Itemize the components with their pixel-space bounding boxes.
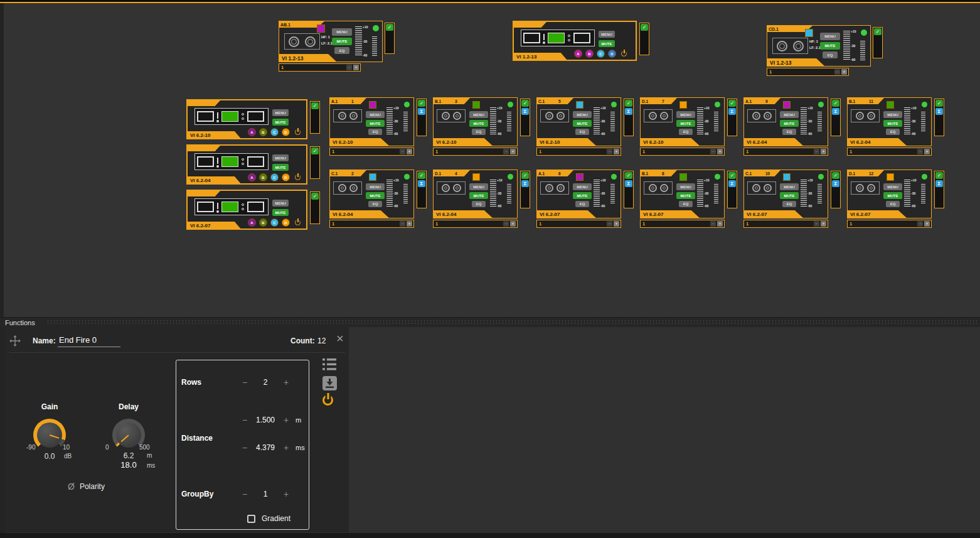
increment-button[interactable]: + <box>821 149 826 154</box>
channel-tile-body[interactable]: C.1 2 MENU MUTE EQ +10 -30 -60 VI 6.2-04 <box>329 169 414 218</box>
check-icon[interactable]: ✓ <box>521 172 529 179</box>
menu-button[interactable]: MENU <box>332 28 352 36</box>
mute-button[interactable]: MUTE <box>573 192 592 199</box>
increment-button[interactable]: + <box>841 69 847 75</box>
amplifier-device[interactable]: MENU MUTE ABCD VI 6.2-04 ✓ <box>186 144 307 185</box>
decrement-button[interactable]: − <box>710 221 716 227</box>
channel-select-button[interactable]: B <box>259 173 267 181</box>
channel-tile-body[interactable]: A.1 9 MENU MUTE EQ +10 -30 -60 VI 6.2-04 <box>743 97 828 146</box>
channel-select-button[interactable]: C <box>597 50 605 58</box>
eq-button[interactable]: EQ <box>472 201 486 207</box>
eq-button[interactable]: EQ <box>575 201 589 207</box>
channel-select-button[interactable]: D <box>282 128 290 136</box>
sum-button[interactable]: Σ <box>418 108 425 115</box>
check-icon[interactable]: ✓ <box>625 172 632 179</box>
decrement-button[interactable]: − <box>814 149 819 154</box>
channel-tile[interactable]: C.1 5 MENU MUTE EQ +10 -30 -60 VI 6.2-10… <box>536 97 621 146</box>
channel-tile[interactable]: B.1 8 MENU MUTE EQ +10 -30 -60 VI 6.2-07… <box>640 169 725 218</box>
menu-button[interactable]: MENU <box>366 111 385 118</box>
mute-button[interactable]: MUTE <box>883 192 902 199</box>
rows-increment[interactable]: + <box>280 377 292 387</box>
amplifier-body[interactable]: MENU MUTE ABCD VI 6.2-04 <box>186 144 307 185</box>
channel-select-button[interactable]: A <box>248 218 256 227</box>
channel-select-button[interactable]: B <box>259 218 267 227</box>
channel-tile[interactable]: B.1 11 MENU MUTE EQ +10 -30 -60 VI 6.2-0… <box>847 97 932 146</box>
function-name-input[interactable] <box>58 333 120 347</box>
eq-button[interactable]: EQ <box>679 129 693 135</box>
sum-button[interactable]: Σ <box>832 180 839 187</box>
amplifier-device[interactable]: MENU MUTE ABCD VI 6.2-10 ✓ <box>186 99 307 139</box>
increment-button[interactable]: + <box>924 149 930 154</box>
distance-m-decrement[interactable]: − <box>239 415 250 425</box>
sum-button[interactable]: Σ <box>625 180 632 187</box>
channel-tile[interactable]: A.1 6 MENU MUTE EQ +10 -30 -60 VI 6.2-07… <box>536 169 621 218</box>
menu-button[interactable]: MENU <box>599 31 615 38</box>
increment-button[interactable]: + <box>353 65 359 70</box>
channel-tile-body[interactable]: D.1 4 MENU MUTE EQ +10 -30 -60 VI 6.2-04 <box>433 169 518 218</box>
channel-tile-body[interactable]: B.1 11 MENU MUTE EQ +10 -30 -60 VI 6.2-0… <box>847 97 932 146</box>
decrement-button[interactable]: − <box>607 149 612 154</box>
power-icon[interactable] <box>621 51 627 56</box>
menu-button[interactable]: MENU <box>676 183 695 190</box>
workspace-canvas[interactable]: A.1 1 MENU MUTE EQ +10 -30 -60 VI 6.2-10… <box>0 3 980 317</box>
channel-tile[interactable]: D.1 12 MENU MUTE EQ +10 -30 -60 VI 6.2-0… <box>847 169 932 218</box>
sum-button[interactable]: Σ <box>935 108 943 115</box>
amplifier-body[interactable]: MENU MUTE ABCD VI 6.2-10 <box>186 99 307 139</box>
menu-button[interactable]: MENU <box>469 183 488 190</box>
check-icon[interactable]: ✓ <box>935 172 943 179</box>
mute-button[interactable]: MUTE <box>676 120 695 127</box>
menu-button[interactable]: MENU <box>272 200 289 207</box>
menu-button[interactable]: MENU <box>780 183 799 190</box>
polarity-button[interactable]: Ø Polarity <box>68 482 105 492</box>
mute-button[interactable]: MUTE <box>469 192 488 199</box>
check-icon[interactable]: ✓ <box>386 24 393 31</box>
sum-button[interactable]: Σ <box>728 180 736 187</box>
channel-select-button[interactable]: C <box>270 173 279 181</box>
menu-button[interactable]: MENU <box>883 183 902 190</box>
channel-tile[interactable]: A.1 1 MENU MUTE EQ +10 -30 -60 VI 6.2-10… <box>329 97 414 146</box>
mute-button[interactable]: MUTE <box>272 164 289 171</box>
increment-button[interactable]: + <box>510 149 516 154</box>
eq-button[interactable]: EQ <box>575 129 589 135</box>
increment-button[interactable]: + <box>717 221 723 227</box>
list-view-button[interactable] <box>322 358 336 373</box>
channel-tile[interactable]: D.1 4 MENU MUTE EQ +10 -30 -60 VI 6.2-04… <box>433 169 518 218</box>
amplifier-device[interactable]: MENU MUTE ABCD VI 6.2-07 ✓ <box>186 190 307 230</box>
eq-button[interactable]: EQ <box>334 47 349 54</box>
channel-select-button[interactable]: A <box>248 173 256 181</box>
mute-button[interactable]: MUTE <box>676 192 695 199</box>
mute-button[interactable]: MUTE <box>366 120 385 127</box>
distance-ms-increment[interactable]: + <box>280 443 292 453</box>
eq-button[interactable]: EQ <box>368 201 382 207</box>
mute-button[interactable]: MUTE <box>332 38 352 45</box>
channel-tile[interactable]: B.1 3 MENU MUTE EQ +10 -30 -60 VI 6.2-10… <box>433 97 518 146</box>
channel-tile-body[interactable]: B.1 3 MENU MUTE EQ +10 -30 -60 VI 6.2-10 <box>433 97 518 146</box>
mute-button[interactable]: MUTE <box>780 120 799 127</box>
increment-button[interactable]: + <box>614 221 619 227</box>
increment-button[interactable]: + <box>510 221 516 227</box>
menu-button[interactable]: MENU <box>366 183 385 190</box>
amplifier-device[interactable]: MENU MUTE ABCD VI 1.2-13 ✓ <box>513 21 637 61</box>
channel-select-button[interactable]: A <box>574 50 582 58</box>
check-icon[interactable]: ✓ <box>935 100 943 107</box>
channel-tile[interactable]: C.1 10 MENU MUTE EQ +10 -30 -60 VI 6.2-0… <box>743 169 828 218</box>
check-icon[interactable]: ✓ <box>521 100 529 107</box>
eq-button[interactable]: EQ <box>886 201 900 207</box>
menu-button[interactable]: MENU <box>883 111 902 118</box>
eq-button[interactable]: EQ <box>823 51 838 58</box>
channel-select-button[interactable]: D <box>608 50 616 58</box>
increment-button[interactable]: + <box>614 149 619 154</box>
rack-device-tile[interactable]: CD.1 HF: 1LF: 2.1 MENU MUTE EQ +10 -30 -… <box>767 25 871 67</box>
channel-select-button[interactable]: B <box>585 50 594 58</box>
check-icon[interactable]: ✓ <box>418 100 425 107</box>
increment-button[interactable]: + <box>717 149 723 154</box>
rack-tile-body[interactable]: CD.1 HF: 1LF: 2.1 MENU MUTE EQ +10 -30 -… <box>767 25 871 67</box>
power-icon[interactable] <box>295 175 301 180</box>
check-icon[interactable]: ✓ <box>418 172 425 179</box>
menu-button[interactable]: MENU <box>469 111 488 118</box>
increment-button[interactable]: + <box>407 221 412 227</box>
mute-button[interactable]: MUTE <box>599 40 615 47</box>
check-icon[interactable]: ✓ <box>874 28 881 35</box>
increment-button[interactable]: + <box>821 221 826 227</box>
check-icon[interactable]: ✓ <box>625 100 632 107</box>
